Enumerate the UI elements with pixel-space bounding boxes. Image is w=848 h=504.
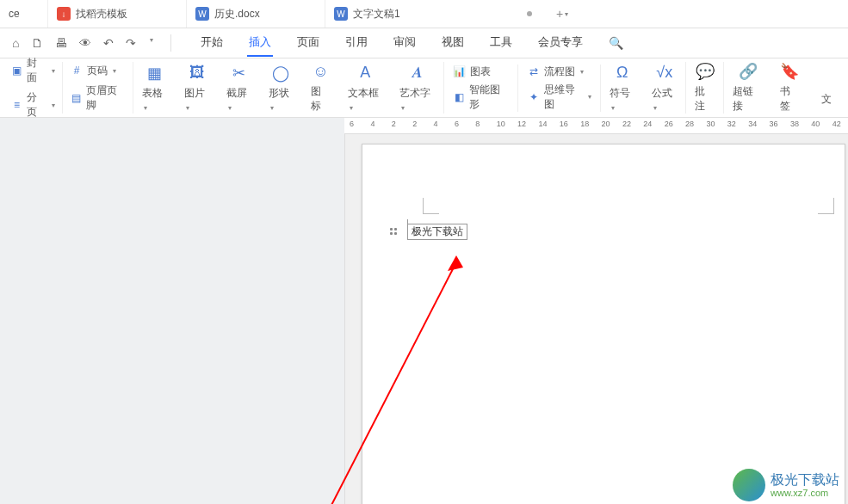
wordart-icon: 𝑨 [408, 64, 427, 83]
ruler-tick: 2 [412, 120, 417, 128]
link-icon: 🔗 [739, 62, 758, 81]
table-button[interactable]: ▦表格▾ [133, 62, 176, 114]
ruler-tick: 38 [790, 120, 799, 128]
header-footer-button[interactable]: ▤页眉页脚 [70, 83, 126, 113]
comment-button[interactable]: 💬批注 [686, 62, 724, 114]
page-break-icon: ≡ [10, 98, 23, 112]
undo-icon[interactable]: ↶ [103, 36, 114, 50]
ruler-tick: 42 [833, 120, 841, 128]
mindmap-button[interactable]: ✦思维导图▾ [527, 83, 591, 112]
save-icon[interactable]: 🗋 [31, 36, 43, 50]
ruler-tick: 26 [665, 120, 673, 128]
ruler-tick: 40 [811, 120, 820, 128]
empty-area [0, 118, 345, 504]
new-tab-button[interactable]: +▾ [549, 0, 575, 28]
ruler-tick: 10 [497, 120, 505, 128]
tab-item[interactable]: W 文字文稿1 [325, 0, 549, 28]
hyperlink-button[interactable]: 🔗超链接 [724, 62, 771, 114]
textbox-object[interactable]: 极光下载站 [390, 224, 467, 240]
menu-page[interactable]: 页面 [295, 29, 321, 57]
bookmark-button[interactable]: 🔖书签 [771, 62, 808, 114]
page-number-icon: # [70, 64, 84, 77]
home-icon[interactable]: ⌂ [12, 36, 19, 50]
watermark-title: 极光下载站 [771, 471, 839, 488]
chart-button[interactable]: 📊图表 [453, 65, 509, 79]
ruler-tick: 2 [392, 120, 396, 128]
picture-icon: 🖼 [188, 64, 207, 83]
textbox-icon: A [356, 64, 374, 83]
main-menu: 开始 插入 页面 引用 审阅 视图 工具 会员专享 [176, 29, 585, 57]
equation-icon: √x [655, 64, 674, 83]
ruler-tick: 6 [455, 120, 459, 128]
textbox-button[interactable]: A文本框▾ [339, 62, 391, 114]
symbol-icon: Ω [613, 64, 632, 83]
ruler-tick: 20 [602, 120, 610, 128]
watermark-url: www.xz7.com [771, 488, 839, 499]
smartart-button[interactable]: ◧智能图形 [453, 83, 509, 112]
word-icon: W [195, 7, 209, 21]
mindmap-icon: ✦ [527, 90, 540, 104]
cover-icon: ▣ [10, 64, 23, 77]
equation-button[interactable]: √x公式▾ [643, 62, 686, 114]
ruler-tick: 36 [770, 120, 778, 128]
menu-tools[interactable]: 工具 [488, 29, 514, 57]
ruler-tick: 4 [434, 120, 438, 128]
redo-icon[interactable]: ↷ [126, 36, 136, 50]
shapes-button[interactable]: ◯形状▾ [260, 62, 302, 114]
cover-button[interactable]: ▣封面▾ [10, 56, 55, 85]
margin-corner [423, 198, 439, 214]
smartart-icon: ◧ [453, 90, 466, 104]
smiley-icon: ☺ [311, 62, 330, 81]
more-icon [817, 70, 836, 89]
word-icon: W [334, 7, 348, 21]
wordart-button[interactable]: 𝑨艺术字▾ [391, 62, 443, 114]
tab-label: ce [9, 8, 20, 20]
chart-icon: 📊 [453, 65, 467, 78]
tab-item[interactable]: ce [0, 0, 48, 28]
ruler-tick: 18 [580, 120, 589, 128]
table-icon: ▦ [145, 64, 164, 83]
flowchart-button[interactable]: ⇄流程图▾ [527, 65, 591, 79]
ruler-tick: 22 [622, 120, 631, 128]
more-button[interactable]: 文 [808, 62, 845, 114]
textbox-content[interactable]: 极光下载站 [407, 224, 467, 240]
bookmark-icon: 🔖 [780, 62, 799, 81]
document-page[interactable]: 极光下载站 [362, 144, 845, 504]
header-icon: ▤ [70, 91, 83, 105]
icons-button[interactable]: ☺图标 [302, 62, 339, 114]
ruler-tick: 14 [538, 120, 547, 128]
flowchart-icon: ⇄ [527, 65, 541, 78]
comment-icon: 💬 [696, 62, 715, 81]
search-icon[interactable]: 🔍 [609, 36, 623, 50]
quick-access-bar: ⌂ 🗋 🖶 👁 ↶ ↷ ▾ 开始 插入 页面 引用 审阅 视图 工具 会员专享 … [0, 28, 848, 58]
tab-label: 文字文稿1 [353, 7, 400, 22]
page-number-button[interactable]: #页码▾ [70, 64, 126, 78]
ruler-tick: 28 [685, 120, 694, 128]
preview-icon[interactable]: 👁 [79, 36, 91, 50]
ruler[interactable]: 6422468101214161820222426283032343638404… [344, 118, 848, 134]
dropdown-icon[interactable]: ▾ [150, 36, 153, 50]
print-icon[interactable]: 🖶 [55, 36, 67, 50]
menu-review[interactable]: 审阅 [392, 29, 418, 57]
symbol-button[interactable]: Ω符号▾ [601, 62, 643, 114]
ruler-tick: 12 [517, 120, 526, 128]
tab-bar: ce ↓ 找稻壳模板 W 历史.docx W 文字文稿1 +▾ [0, 0, 848, 28]
watermark: 极光下载站 www.xz7.com [733, 469, 839, 501]
menu-view[interactable]: 视图 [440, 29, 466, 57]
ruler-tick: 34 [748, 120, 757, 128]
tab-item[interactable]: ↓ 找稻壳模板 [48, 0, 187, 28]
menu-start[interactable]: 开始 [199, 29, 225, 57]
screenshot-button[interactable]: ✂截屏▾ [218, 62, 260, 114]
tab-label: 找稻壳模板 [76, 7, 127, 22]
menu-reference[interactable]: 引用 [344, 29, 369, 57]
ruler-tick: 16 [560, 120, 568, 128]
menu-insert[interactable]: 插入 [247, 29, 273, 57]
ribbon: ▣封面▾ ≡分页▾ #页码▾ ▤页眉页脚 ▦表格▾ 🖼图片▾ ✂截屏▾ ◯形状▾… [0, 58, 848, 118]
drag-handle-icon[interactable] [390, 228, 399, 237]
picture-button[interactable]: 🖼图片▾ [176, 62, 218, 114]
paging-button[interactable]: ≡分页▾ [10, 90, 55, 120]
tab-item[interactable]: W 历史.docx [187, 0, 325, 28]
ruler-tick: 8 [475, 120, 480, 128]
logo-icon [733, 469, 765, 501]
menu-member[interactable]: 会员专享 [536, 29, 585, 57]
